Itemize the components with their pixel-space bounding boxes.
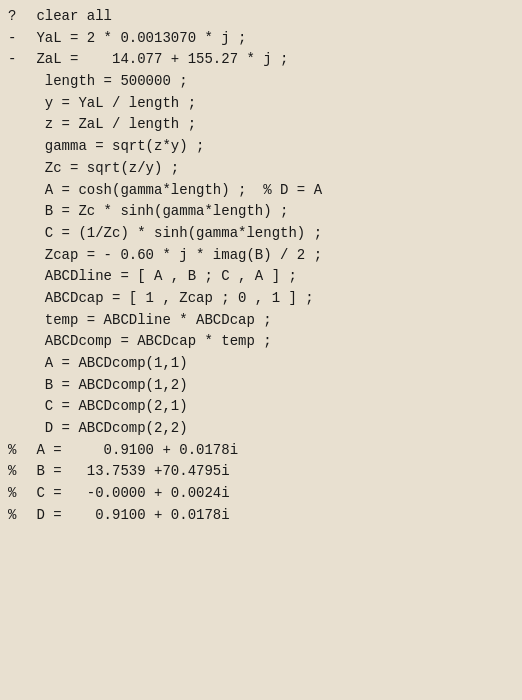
line-text: B = 13.7539 +70.4795i bbox=[28, 461, 230, 483]
code-line: - ZaL = 14.077 + 155.27 * j ; bbox=[28, 49, 512, 71]
code-line: ABCDcomp = ABCDcap * temp ; bbox=[28, 331, 512, 353]
line-text: y = YaL / length ; bbox=[28, 93, 196, 115]
line-text: temp = ABCDline * ABCDcap ; bbox=[28, 310, 272, 332]
code-line: gamma = sqrt(z*y) ; bbox=[28, 136, 512, 158]
code-line: C = ABCDcomp(2,1) bbox=[28, 396, 512, 418]
code-line: ABCDcap = [ 1 , Zcap ; 0 , 1 ] ; bbox=[28, 288, 512, 310]
line-text: A = ABCDcomp(1,1) bbox=[28, 353, 188, 375]
code-line: ? clear all bbox=[28, 6, 512, 28]
line-prefix: % bbox=[8, 440, 16, 462]
line-text: C = ABCDcomp(2,1) bbox=[28, 396, 188, 418]
line-text: gamma = sqrt(z*y) ; bbox=[28, 136, 204, 158]
line-text: ZaL = 14.077 + 155.27 * j ; bbox=[28, 49, 288, 71]
code-line: D = ABCDcomp(2,2) bbox=[28, 418, 512, 440]
code-line: % C = -0.0000 + 0.0024i bbox=[28, 483, 512, 505]
code-line: temp = ABCDline * ABCDcap ; bbox=[28, 310, 512, 332]
line-text: YaL = 2 * 0.0013070 * j ; bbox=[28, 28, 246, 50]
line-text: ABCDline = [ A , B ; C , A ] ; bbox=[28, 266, 297, 288]
line-text: B = Zc * sinh(gamma*length) ; bbox=[28, 201, 288, 223]
line-text: D = ABCDcomp(2,2) bbox=[28, 418, 188, 440]
line-prefix: - bbox=[8, 28, 16, 50]
code-line: C = (1/Zc) * sinh(gamma*length) ; bbox=[28, 223, 512, 245]
code-line: Zcap = - 0.60 * j * imag(B) / 2 ; bbox=[28, 245, 512, 267]
code-container: ? clear all- YaL = 2 * 0.0013070 * j ;- … bbox=[0, 0, 522, 700]
code-line: % B = 13.7539 +70.4795i bbox=[28, 461, 512, 483]
line-text: ABCDcomp = ABCDcap * temp ; bbox=[28, 331, 272, 353]
code-line: % A = 0.9100 + 0.0178i bbox=[28, 440, 512, 462]
line-text: clear all bbox=[28, 6, 112, 28]
line-text: C = (1/Zc) * sinh(gamma*length) ; bbox=[28, 223, 322, 245]
line-prefix: - bbox=[8, 49, 16, 71]
code-line: z = ZaL / length ; bbox=[28, 114, 512, 136]
line-prefix: % bbox=[8, 483, 16, 505]
line-prefix: ? bbox=[8, 6, 16, 28]
line-text: A = cosh(gamma*length) ; % D = A bbox=[28, 180, 322, 202]
code-line: A = cosh(gamma*length) ; % D = A bbox=[28, 180, 512, 202]
line-text: Zc = sqrt(z/y) ; bbox=[28, 158, 179, 180]
line-text: length = 500000 ; bbox=[28, 71, 188, 93]
code-line: B = ABCDcomp(1,2) bbox=[28, 375, 512, 397]
code-line: ABCDline = [ A , B ; C , A ] ; bbox=[28, 266, 512, 288]
code-line: A = ABCDcomp(1,1) bbox=[28, 353, 512, 375]
code-line: % D = 0.9100 + 0.0178i bbox=[28, 505, 512, 527]
code-line: - YaL = 2 * 0.0013070 * j ; bbox=[28, 28, 512, 50]
code-line: B = Zc * sinh(gamma*length) ; bbox=[28, 201, 512, 223]
code-line: Zc = sqrt(z/y) ; bbox=[28, 158, 512, 180]
line-text: ABCDcap = [ 1 , Zcap ; 0 , 1 ] ; bbox=[28, 288, 314, 310]
line-prefix: % bbox=[8, 461, 16, 483]
line-text: C = -0.0000 + 0.0024i bbox=[28, 483, 230, 505]
line-text: B = ABCDcomp(1,2) bbox=[28, 375, 188, 397]
code-line: y = YaL / length ; bbox=[28, 93, 512, 115]
line-text: Zcap = - 0.60 * j * imag(B) / 2 ; bbox=[28, 245, 322, 267]
line-text: z = ZaL / length ; bbox=[28, 114, 196, 136]
line-text: D = 0.9100 + 0.0178i bbox=[28, 505, 230, 527]
line-text: A = 0.9100 + 0.0178i bbox=[28, 440, 238, 462]
line-prefix: % bbox=[8, 505, 16, 527]
code-line: length = 500000 ; bbox=[28, 71, 512, 93]
